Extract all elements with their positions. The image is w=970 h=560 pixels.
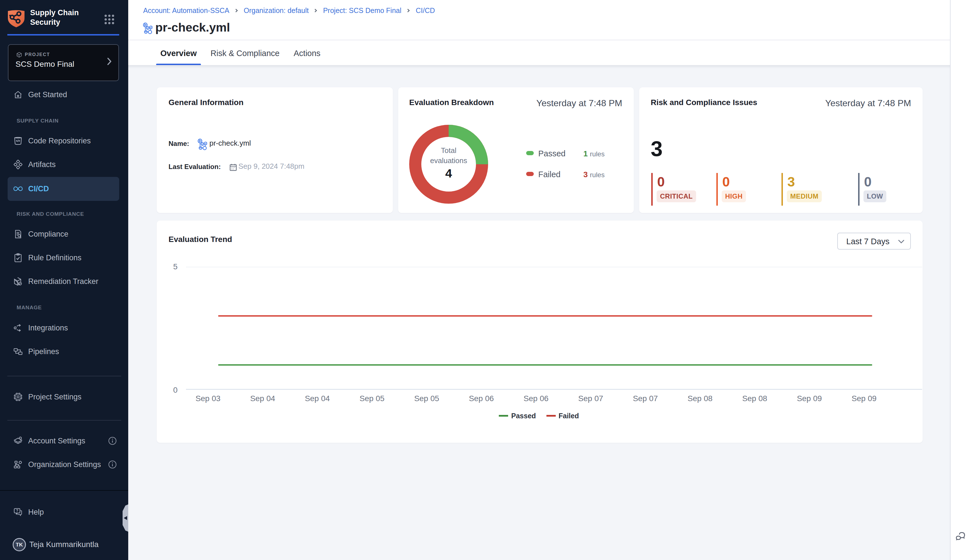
- svg-text:?: ?: [16, 508, 18, 513]
